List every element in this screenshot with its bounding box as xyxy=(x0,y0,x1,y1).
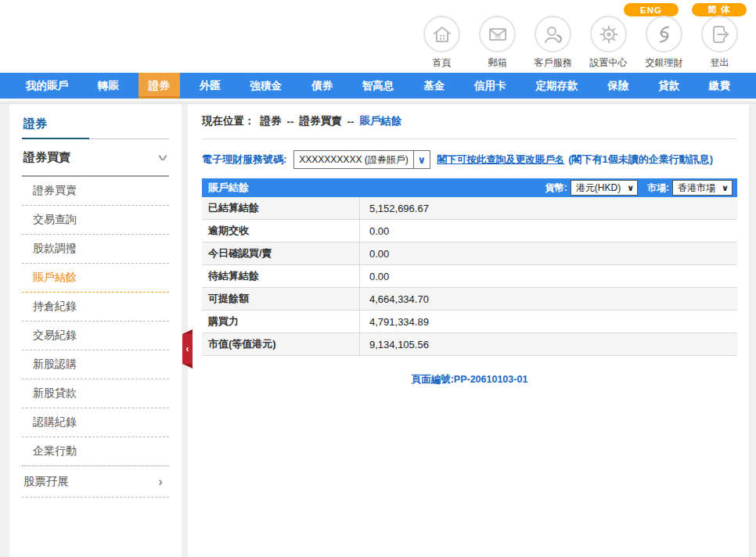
home-icon xyxy=(423,16,460,52)
main-panel: ‹ 現在位置： 證券 -- 證券買賣 -- 賬戶結餘 電子理財服務號碼: XXX… xyxy=(188,104,749,557)
nav-item-funds[interactable]: 基金 xyxy=(413,73,455,99)
table-row: 今日確認買/賣 0.00 xyxy=(202,243,737,265)
breadcrumb-segment[interactable]: 證券買賣 xyxy=(300,114,342,128)
sidebar-group-label: 證券買賣 xyxy=(23,150,70,165)
chevron-down-icon: ˅ xyxy=(158,152,167,164)
sidebar-item-ipo-subscription[interactable]: 新股認購 xyxy=(22,350,169,379)
nav-item-smart-interest[interactable]: 智高息 xyxy=(352,73,405,99)
chevron-down-icon: ∨ xyxy=(720,183,732,193)
sidebar-item-transaction-record[interactable]: 交易紀錄 xyxy=(22,322,169,350)
chevron-left-icon: ‹ xyxy=(186,343,189,354)
sidebar-item-label: 股票孖展 xyxy=(23,474,69,489)
table-row: 購買力 4,791,334.89 xyxy=(202,311,737,333)
currency-label: 貨幣: xyxy=(545,181,567,195)
nav-item-transfer[interactable]: 轉賬 xyxy=(88,73,129,99)
nav-item-loans[interactable]: 貸款 xyxy=(648,73,689,99)
top-header: ENG 简 体 首頁 @ xyxy=(0,0,756,73)
quick-link-label: 首頁 xyxy=(433,56,452,70)
svg-text:@: @ xyxy=(495,33,501,40)
breadcrumb: 現在位置： 證券 -- 證券買賣 -- 賬戶結餘 xyxy=(202,104,737,139)
balance-table-title: 賬戶結餘 xyxy=(208,181,545,195)
market-label: 市場: xyxy=(647,181,669,195)
quick-link-home[interactable]: 首頁 xyxy=(414,16,470,70)
sidebar-item-account-balance[interactable]: 賬戶結餘 xyxy=(22,264,169,293)
row-label: 今日確認買/賣 xyxy=(202,243,360,264)
change-account-name-link[interactable]: 閣下可按此查詢及更改賬戶名 xyxy=(437,153,565,167)
nav-item-time-deposit[interactable]: 定期存款 xyxy=(525,73,588,99)
sidebar: 證券 證券買賣 ˅ 證券買賣 交易查詢 股款調撥 賬戶結餘 持倉紀錄 交易紀錄 … xyxy=(9,104,182,557)
sidebar-collapse-handle[interactable]: ‹ xyxy=(182,334,193,364)
nav-item-fx[interactable]: 外匯 xyxy=(189,73,231,99)
row-value: 5,152,696.67 xyxy=(360,197,737,219)
customer-service-icon xyxy=(535,16,571,52)
mailbox-icon: @ xyxy=(479,16,516,52)
sidebar-item-portfolio-record[interactable]: 持倉紀錄 xyxy=(22,293,169,322)
nav-item-securities[interactable]: 證券 xyxy=(139,73,180,99)
language-eng-button[interactable]: ENG xyxy=(624,3,679,16)
language-simplified-button[interactable]: 简 体 xyxy=(692,3,747,16)
quick-link-label: 設置中心 xyxy=(590,56,628,70)
quick-link-label: 登出 xyxy=(711,56,729,70)
account-number-selected-value: XXXXXXXXXX (證券賬戶) xyxy=(294,153,412,167)
row-value: 0.00 xyxy=(360,243,737,264)
row-label: 已結算結餘 xyxy=(202,197,360,219)
market-selected-value: 香港市場 xyxy=(673,181,720,195)
row-value: 0.00 xyxy=(360,265,737,287)
table-row: 待結算結餘 0.00 xyxy=(202,265,737,288)
chevron-down-icon: ∨ xyxy=(413,151,430,168)
quick-link-label: 客戶服務 xyxy=(535,56,572,70)
settings-icon xyxy=(590,16,627,52)
sidebar-item-securities-trading[interactable]: 證券買賣 xyxy=(22,177,169,206)
logout-icon xyxy=(701,16,738,52)
sidebar-item-ipo-loan[interactable]: 新股貸款 xyxy=(22,379,169,408)
chevron-down-icon: ∨ xyxy=(625,183,637,193)
currency-select[interactable]: 港元(HKD) ∨ xyxy=(571,180,638,196)
table-row: 可提餘額 4,664,334.70 xyxy=(202,288,737,311)
row-label: 可提餘額 xyxy=(202,288,360,310)
row-label: 待結算結餘 xyxy=(202,265,360,287)
table-row: 逾期交收 0.00 xyxy=(202,220,737,243)
quick-link-label: 交銀理財 xyxy=(646,56,683,70)
sidebar-title-row: 證券 xyxy=(22,115,169,139)
nav-item-mpf[interactable]: 強積金 xyxy=(240,73,293,99)
quick-link-customer-service[interactable]: 客戶服務 xyxy=(525,16,581,70)
row-value: 4,664,334.70 xyxy=(360,288,737,310)
breadcrumb-current: 賬戶結餘 xyxy=(360,114,402,128)
table-row: 已結算結餘 5,152,696.67 xyxy=(202,197,737,220)
breadcrumb-segment[interactable]: 證券 xyxy=(261,114,282,128)
row-label: 逾期交收 xyxy=(202,220,360,242)
sidebar-item-corporate-action[interactable]: 企業行動 xyxy=(22,437,169,466)
page-code: 頁面編號:PP-20610103-01 xyxy=(202,373,737,386)
sidebar-item-subscription-record[interactable]: 認購紀錄 xyxy=(22,408,169,437)
quick-link-settings[interactable]: 設置中心 xyxy=(581,16,636,70)
quick-link-mailbox[interactable]: @ 郵箱 xyxy=(470,16,525,70)
sidebar-section-title: 證券 xyxy=(22,115,89,139)
currency-selected-value: 港元(HKD) xyxy=(571,181,625,195)
sidebar-group-securities-trading[interactable]: 證券買賣 ˅ xyxy=(22,139,169,177)
nav-item-credit-card[interactable]: 信用卡 xyxy=(464,73,517,99)
sidebar-item-transaction-enquiry[interactable]: 交易查詢 xyxy=(22,206,169,235)
nav-item-bonds[interactable]: 債券 xyxy=(301,73,343,99)
table-row: 市值(等值港元) 9,134,105.56 xyxy=(202,333,737,356)
nav-item-my-accounts[interactable]: 我的賬戶 xyxy=(16,73,78,99)
row-value: 9,134,105.56 xyxy=(360,333,737,355)
main-nav: 我的賬戶 轉賬 證券 外匯 強積金 債券 智高息 基金 信用卡 定期存款 保險 … xyxy=(0,73,756,99)
quick-links: 首頁 @ 郵箱 客戶服務 xyxy=(414,16,747,70)
market-select[interactable]: 香港市場 ∨ xyxy=(672,180,733,196)
account-number-select[interactable]: XXXXXXXXXX (證券賬戶) ∨ xyxy=(293,150,430,169)
account-selector-row: 電子理財服務號碼: XXXXXXXXXX (證券賬戶) ∨ 閣下可按此查詢及更改… xyxy=(202,149,737,170)
row-value: 4,791,334.89 xyxy=(360,311,737,332)
quick-link-label: 郵箱 xyxy=(488,56,507,70)
sidebar-item-fund-transfer[interactable]: 股款調撥 xyxy=(22,235,169,264)
breadcrumb-label: 現在位置： xyxy=(202,114,255,128)
row-label: 購買力 xyxy=(202,311,360,332)
sidebar-item-stock-margin[interactable]: 股票孖展 › xyxy=(22,466,169,498)
unread-corporate-action-notice: (閣下有1個未讀的企業行動訊息) xyxy=(568,153,713,167)
row-label: 市值(等值港元) xyxy=(202,333,360,355)
balance-table: 賬戶結餘 貨幣: 港元(HKD) ∨ 市場: 香港市場 ∨ 已結算結餘 5,15… xyxy=(202,178,737,356)
quick-link-bocom-wealth[interactable]: 交銀理財 xyxy=(636,16,692,70)
nav-item-bill-payment[interactable]: 繳費 xyxy=(699,73,740,99)
nav-item-insurance[interactable]: 保險 xyxy=(597,73,639,99)
balance-table-header: 賬戶結餘 貨幣: 港元(HKD) ∨ 市場: 香港市場 ∨ xyxy=(202,178,737,197)
quick-link-logout[interactable]: 登出 xyxy=(692,16,747,70)
